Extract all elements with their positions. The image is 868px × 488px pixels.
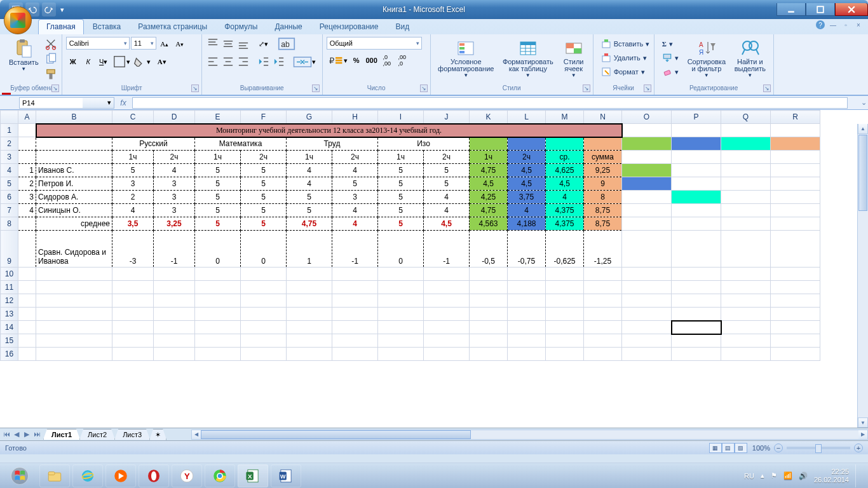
align-right-icon[interactable] bbox=[236, 55, 250, 69]
cell[interactable] bbox=[771, 204, 820, 217]
cell[interactable] bbox=[508, 294, 546, 308]
cell[interactable] bbox=[154, 308, 195, 321]
cell[interactable] bbox=[18, 334, 36, 348]
cell[interactable]: 4 bbox=[424, 204, 470, 217]
cell[interactable] bbox=[672, 191, 721, 204]
cell[interactable] bbox=[287, 348, 332, 361]
cell[interactable] bbox=[36, 308, 112, 321]
cell[interactable]: сумма bbox=[584, 151, 622, 164]
cell[interactable]: 5 bbox=[287, 191, 332, 204]
cell[interactable] bbox=[112, 294, 154, 308]
cell[interactable] bbox=[721, 268, 771, 281]
cell[interactable] bbox=[424, 334, 470, 348]
cell[interactable] bbox=[672, 151, 721, 164]
cell[interactable] bbox=[584, 308, 622, 321]
row-header-5[interactable]: 5 bbox=[1, 177, 18, 191]
cell[interactable]: 5 bbox=[241, 177, 287, 191]
cell[interactable] bbox=[424, 321, 470, 334]
col-header-O[interactable]: O bbox=[622, 111, 672, 124]
cell[interactable]: 5 bbox=[378, 217, 424, 231]
cell[interactable] bbox=[721, 124, 771, 137]
taskbar-ie-icon[interactable] bbox=[72, 464, 103, 487]
number-format-select[interactable]: Общий bbox=[327, 37, 422, 50]
col-header-C[interactable]: C bbox=[112, 111, 154, 124]
cell[interactable] bbox=[378, 268, 424, 281]
col-header-A[interactable]: A bbox=[18, 111, 36, 124]
cell[interactable] bbox=[241, 334, 287, 348]
cell[interactable] bbox=[771, 191, 820, 204]
sheet-nav-prev-icon[interactable]: ◀ bbox=[11, 430, 22, 438]
cell[interactable]: 9 bbox=[584, 177, 622, 191]
zoom-out-icon[interactable]: − bbox=[774, 444, 783, 452]
cell[interactable] bbox=[622, 164, 672, 177]
taskbar-chrome-icon[interactable] bbox=[205, 464, 235, 487]
cell[interactable] bbox=[18, 308, 36, 321]
cell[interactable] bbox=[508, 321, 546, 334]
cell[interactable] bbox=[546, 321, 584, 334]
cell[interactable] bbox=[771, 231, 820, 268]
orientation-icon[interactable]: ⤢▾ bbox=[257, 37, 271, 51]
sort-filter-button[interactable]: АЯ Сортировка и фильтр▼ bbox=[685, 37, 728, 79]
col-header-N[interactable]: N bbox=[584, 111, 622, 124]
cell[interactable] bbox=[112, 334, 154, 348]
cell[interactable]: 5 bbox=[424, 177, 470, 191]
cell[interactable] bbox=[18, 348, 36, 361]
cell[interactable] bbox=[470, 308, 508, 321]
format-painter-icon[interactable] bbox=[44, 67, 58, 81]
cell[interactable] bbox=[622, 177, 672, 191]
cell[interactable]: 8 bbox=[584, 191, 622, 204]
cell[interactable]: 4,5 bbox=[424, 217, 470, 231]
cell[interactable] bbox=[508, 334, 546, 348]
cell[interactable] bbox=[771, 124, 820, 137]
cell[interactable]: 5 bbox=[287, 204, 332, 217]
cell[interactable]: 4 bbox=[112, 204, 154, 217]
cell[interactable]: 2 bbox=[112, 191, 154, 204]
cell[interactable] bbox=[672, 348, 721, 361]
cell[interactable] bbox=[332, 268, 378, 281]
tab-review[interactable]: Рецензирование bbox=[311, 19, 387, 34]
sheet-tab-3[interactable]: Лист3 bbox=[114, 429, 150, 440]
cell[interactable] bbox=[112, 321, 154, 334]
cell[interactable]: 4,188 bbox=[508, 217, 546, 231]
cell[interactable] bbox=[672, 124, 721, 137]
cell[interactable]: 5 bbox=[424, 164, 470, 177]
cell[interactable] bbox=[721, 281, 771, 294]
cell[interactable] bbox=[508, 137, 546, 151]
wrap-text-icon[interactable]: ab bbox=[277, 37, 296, 51]
cell[interactable]: 5 bbox=[241, 191, 287, 204]
cell[interactable]: 4 bbox=[287, 177, 332, 191]
cell[interactable]: 4,375 bbox=[546, 217, 584, 231]
col-header-F[interactable]: F bbox=[241, 111, 287, 124]
cell[interactable]: 4,75 bbox=[470, 204, 508, 217]
cell[interactable]: Русский bbox=[112, 137, 195, 151]
cell[interactable] bbox=[721, 334, 771, 348]
col-header-M[interactable]: M bbox=[546, 111, 584, 124]
help-icon[interactable]: ? bbox=[816, 20, 825, 29]
cell[interactable] bbox=[195, 268, 241, 281]
col-header-H[interactable]: H bbox=[332, 111, 378, 124]
cell[interactable] bbox=[584, 268, 622, 281]
cell[interactable]: -1 bbox=[424, 231, 470, 268]
cell[interactable]: 1ч bbox=[378, 151, 424, 164]
cell[interactable] bbox=[508, 348, 546, 361]
cell[interactable]: 4 bbox=[424, 191, 470, 204]
cell[interactable]: 8,75 bbox=[584, 217, 622, 231]
cell[interactable]: -1,25 bbox=[584, 231, 622, 268]
cell[interactable] bbox=[470, 321, 508, 334]
cell[interactable] bbox=[378, 308, 424, 321]
cell[interactable]: Сравн. Сидорова и Иванова bbox=[36, 231, 112, 268]
row-header-6[interactable]: 6 bbox=[1, 191, 18, 204]
cell[interactable] bbox=[672, 164, 721, 177]
cell[interactable] bbox=[721, 321, 771, 334]
cell[interactable] bbox=[154, 321, 195, 334]
cell[interactable] bbox=[241, 348, 287, 361]
cell[interactable] bbox=[721, 151, 771, 164]
conditional-formatting-button[interactable]: Условное форматирование▼ bbox=[435, 37, 498, 79]
cell[interactable] bbox=[584, 137, 622, 151]
cut-icon[interactable] bbox=[44, 37, 58, 51]
cell[interactable] bbox=[721, 191, 771, 204]
taskbar-opera-icon[interactable] bbox=[139, 464, 169, 487]
cell[interactable] bbox=[508, 268, 546, 281]
cell[interactable] bbox=[36, 151, 112, 164]
cell[interactable]: 4,75 bbox=[470, 164, 508, 177]
